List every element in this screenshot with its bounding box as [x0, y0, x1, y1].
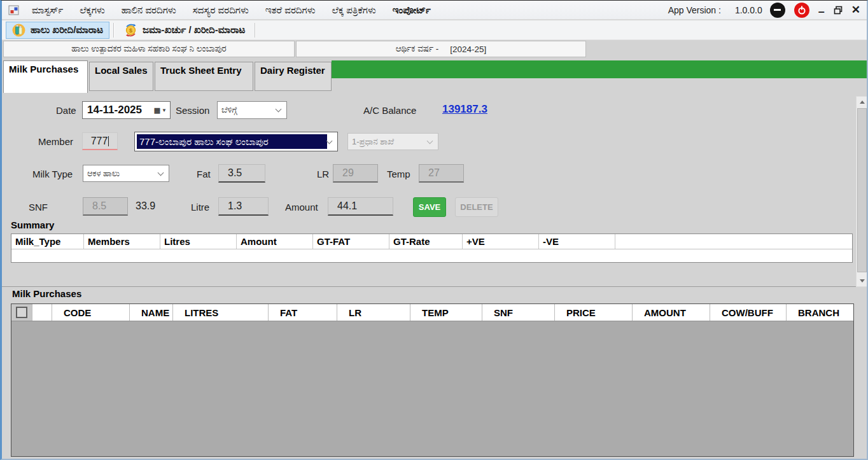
financial-year-panel: ಆರ್ಥಿಕ ವರ್ಷ - [2024-25]: [296, 41, 586, 57]
minus-icon: [774, 9, 781, 11]
purchases-col-snf: SNF: [482, 304, 555, 321]
ac-balance-label: A/C Balance: [363, 105, 416, 116]
menu-import[interactable]: ಇಂಪೋರ್ಟ್: [384, 1, 439, 19]
temp-input: 27: [419, 164, 464, 183]
session-label: Session: [176, 105, 209, 116]
purchases-col-temp: TEMP: [410, 304, 482, 321]
purchases-col-lr: LR: [337, 304, 410, 321]
tray-minimize-button[interactable]: [770, 3, 785, 18]
litre-label: Litre: [191, 202, 209, 213]
session-value: ಬೆಳಿಗ್ಗೆ: [221, 105, 237, 115]
app-version-label: App Version :: [668, 5, 721, 15]
fat-input[interactable]: 3.5: [218, 164, 265, 183]
milk-type-select[interactable]: ಆಕಳ ಹಾಲು: [83, 165, 169, 182]
menu-other-reports[interactable]: ಇತರೆ ವರದಿಗಳು: [257, 1, 324, 19]
org-name-panel: ಹಾಲು ಉತ್ಪಾದಕರ ಮಹಿಳಾ ಸಹಕಾರಿ ಸಂಘ ನಿ ಲಂಬಾಪು…: [3, 41, 295, 57]
toolbar-separator: [113, 23, 115, 38]
app-window: ಮಾಸ್ಟರ್ಸ್ ಲೆಕ್ಕಗಳು ಹಾಲಿನ ವರದಿಗಳು ಸದಸ್ಯರ …: [0, 0, 868, 460]
summary-col-members: Members: [84, 234, 160, 249]
milk-type-value: ಆಕಳ ಹಾಲು: [87, 169, 120, 179]
restore-button[interactable]: [834, 6, 843, 15]
date-value: 14-11-2025: [87, 104, 142, 116]
tab-milk-purchases[interactable]: Milk Purchases: [3, 60, 88, 93]
purchases-col-amount: AMOUNT: [633, 304, 710, 321]
purchases-col-branch: BRANCH: [787, 304, 853, 321]
member-code-input[interactable]: 777: [82, 132, 118, 150]
save-button[interactable]: SAVE: [413, 197, 446, 217]
chevron-down-icon: [276, 106, 282, 113]
app-version-value: 1.0.0.0: [735, 5, 762, 15]
ledger-trade-label: ಜಮಾ-ಖರ್ಚು / ಖರೀದಿ-ಮಾರಾಟ: [143, 24, 245, 36]
tab-dairy-register[interactable]: Dairy Register: [255, 62, 332, 91]
amount-input[interactable]: 44.1: [328, 197, 393, 216]
summary-header-row: Milk_Type Members Litres Amount GT-FAT G…: [11, 234, 852, 249]
purchases-title: Milk Purchases: [12, 288, 81, 299]
select-all-checkbox[interactable]: [16, 307, 27, 318]
delete-button: DELETE: [455, 197, 498, 217]
date-label: Date: [56, 105, 76, 116]
financial-year-label: ಆರ್ಥಿಕ ವರ್ಷ -: [396, 44, 439, 54]
summary-grid: Milk_Type Members Litres Amount GT-FAT G…: [11, 233, 853, 263]
minimize-button[interactable]: –: [818, 5, 825, 18]
calendar-icon[interactable]: ▦▼: [151, 106, 170, 115]
purchases-col-price: PRICE: [555, 304, 633, 321]
member-selected-value: 777-ಲಂಬಾಪುರ ಹಾಲು ಸಂಘ ಲಂಬಾಪುರ: [137, 134, 327, 149]
summary-title: Summary: [11, 220, 54, 230]
member-code-value: 777: [91, 136, 108, 147]
lr-value: 29: [342, 167, 354, 179]
tab-truck-sheet-entry[interactable]: Truck Sheet Entry: [155, 62, 253, 91]
purchases-col-fat: FAT: [269, 304, 337, 321]
member-select[interactable]: 777-ಲಂಬಾಪುರ ಹಾಲು ಸಂಘ ಲಂಬಾಪುರ: [134, 132, 338, 151]
triangle-down-icon: [860, 279, 865, 282]
session-select[interactable]: ಬೆಳಿಗ್ಗೆ: [217, 101, 287, 119]
milk-trade-button[interactable]: ಹಾಲು ಖರೀದಿ/ಮಾರಾಟ: [6, 22, 109, 39]
purchases-grid: CODE NAME LITRES FAT LR TEMP SNF PRICE A…: [11, 303, 854, 457]
temp-value: 27: [428, 167, 440, 179]
toolbar: ಹಾಲು ಖರೀದಿ/ಮಾರಾಟ $ ಜಮಾ-ಖರ್ಚು / ಖರೀದಿ-ಮಾರ…: [2, 20, 867, 40]
vertical-scrollbar[interactable]: [856, 96, 868, 287]
tab-local-sales[interactable]: Local Sales: [89, 62, 153, 91]
purchases-col-code: CODE: [52, 304, 130, 321]
lr-input: 29: [333, 164, 378, 183]
amount-label: Amount: [285, 202, 318, 213]
litre-input[interactable]: 1.3: [218, 197, 269, 216]
svg-text:$: $: [129, 27, 132, 34]
branch-selected-value: 1-ಪ್ರಧಾನ ಶಾಖೆ: [352, 137, 394, 147]
menu-accounts[interactable]: ಲೆಕ್ಕಗಳು: [71, 1, 113, 19]
snf-readout: 33.9: [136, 200, 155, 212]
toolbar-separator: [255, 23, 256, 38]
menu-bar: ಮಾಸ್ಟರ್ಸ್ ಲೆಕ್ಕಗಳು ಹಾಲಿನ ವರದಿಗಳು ಸದಸ್ಯರ …: [2, 1, 867, 20]
snf-value: 8.5: [92, 200, 106, 212]
snf-input: 8.5: [83, 197, 128, 216]
scroll-down-arrow[interactable]: [857, 275, 867, 286]
triangle-up-icon: [860, 101, 865, 104]
summary-col-pve: +VE: [463, 234, 539, 249]
chevron-down-icon: [326, 137, 333, 144]
milk-trade-label: ಹಾಲು ಖರೀದಿ/ಮಾರಾಟ: [31, 24, 103, 36]
litre-value: 1.3: [228, 200, 242, 212]
purchases-col-cow-buff: COW/BUFF: [710, 304, 787, 321]
scrollbar-thumb[interactable]: [857, 108, 867, 272]
summary-col-gt-fat: GT-FAT: [313, 234, 389, 249]
ac-balance-link[interactable]: 139187.3: [442, 103, 487, 116]
row-header-cell: [11, 304, 32, 321]
app-icon: [8, 4, 20, 16]
summary-col-amount: Amount: [237, 234, 313, 249]
power-button[interactable]: [794, 3, 809, 18]
menu-member-reports[interactable]: ಸದಸ್ಯರ ವರದಿಗಳು: [185, 1, 257, 19]
menu-masters[interactable]: ಮಾಸ್ಟರ್ಸ್: [24, 1, 71, 19]
summary-col-milk-type: Milk_Type: [11, 234, 84, 249]
org-name: ಹಾಲು ಉತ್ಪಾದಕರ ಮಹಿಳಾ ಸಹಕಾರಿ ಸಂಘ ನಿ ಲಂಬಾಪು…: [71, 44, 226, 54]
summary-col-filler: [615, 234, 852, 249]
scroll-up-arrow[interactable]: [857, 97, 867, 108]
close-button[interactable]: ✕: [851, 3, 860, 17]
fat-value: 3.5: [228, 167, 242, 179]
milk-type-label: Milk Type: [32, 169, 73, 179]
snf-label: SNF: [29, 202, 48, 213]
menu-milk-reports[interactable]: ಹಾಲಿನ ವರದಿಗಳು: [113, 1, 185, 19]
power-icon: [797, 6, 806, 15]
date-picker[interactable]: 14-11-2025 ▦▼: [82, 101, 171, 119]
ledger-trade-button[interactable]: $ ಜಮಾ-ಖರ್ಚು / ಖರೀದಿ-ಮಾರಾಟ: [118, 22, 251, 39]
fat-label: Fat: [197, 169, 211, 179]
menu-statements[interactable]: ಲೆಕ್ಕ ಪತ್ರಿಕೆಗಳು: [324, 1, 384, 19]
